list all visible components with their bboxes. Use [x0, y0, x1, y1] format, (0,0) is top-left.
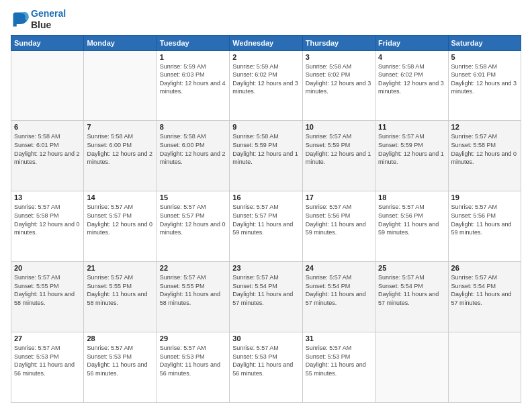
- weekday-header: Wednesday: [230, 35, 302, 50]
- day-number: 13: [14, 193, 81, 201]
- page: General Blue SundayMondayTuesdayWednesda…: [0, 0, 532, 411]
- calendar-table: SundayMondayTuesdayWednesdayThursdayFrid…: [11, 35, 521, 403]
- day-info: Sunrise: 5:58 AM Sunset: 5:59 PM Dayligh…: [232, 132, 299, 166]
- calendar-cell: 4Sunrise: 5:58 AM Sunset: 6:02 PM Daylig…: [375, 50, 448, 121]
- calendar-row: 13Sunrise: 5:57 AM Sunset: 5:58 PM Dayli…: [11, 191, 521, 262]
- weekday-header: Saturday: [448, 35, 521, 50]
- calendar-row: 20Sunrise: 5:57 AM Sunset: 5:55 PM Dayli…: [11, 262, 521, 332]
- day-number: 20: [14, 264, 81, 272]
- calendar-cell: 28Sunrise: 5:57 AM Sunset: 5:53 PM Dayli…: [84, 332, 157, 403]
- day-info: Sunrise: 5:59 AM Sunset: 6:02 PM Dayligh…: [232, 62, 299, 96]
- day-number: 23: [232, 264, 299, 272]
- day-info: Sunrise: 5:57 AM Sunset: 5:59 PM Dayligh…: [306, 132, 372, 166]
- calendar-cell: 3Sunrise: 5:58 AM Sunset: 6:02 PM Daylig…: [302, 50, 375, 121]
- day-number: 7: [87, 123, 153, 131]
- calendar-cell: 27Sunrise: 5:57 AM Sunset: 5:53 PM Dayli…: [11, 332, 84, 403]
- day-info: Sunrise: 5:58 AM Sunset: 6:01 PM Dayligh…: [14, 132, 81, 166]
- day-number: 9: [232, 123, 299, 131]
- day-number: 3: [306, 53, 372, 61]
- day-info: Sunrise: 5:57 AM Sunset: 5:53 PM Dayligh…: [232, 344, 299, 377]
- day-info: Sunrise: 5:57 AM Sunset: 5:54 PM Dayligh…: [306, 273, 372, 307]
- day-info: Sunrise: 5:57 AM Sunset: 5:53 PM Dayligh…: [306, 344, 372, 377]
- day-info: Sunrise: 5:57 AM Sunset: 5:55 PM Dayligh…: [160, 273, 226, 307]
- weekday-header: Monday: [84, 35, 157, 50]
- day-number: 8: [160, 123, 226, 131]
- day-number: 26: [451, 264, 518, 272]
- day-number: 28: [87, 334, 153, 342]
- calendar-cell: [84, 50, 157, 121]
- weekday-header: Friday: [375, 35, 448, 50]
- calendar-cell: 6Sunrise: 5:58 AM Sunset: 6:01 PM Daylig…: [11, 121, 84, 191]
- calendar-cell: 20Sunrise: 5:57 AM Sunset: 5:55 PM Dayli…: [11, 262, 84, 332]
- day-info: Sunrise: 5:57 AM Sunset: 5:53 PM Dayligh…: [87, 344, 153, 377]
- calendar-cell: [11, 50, 84, 121]
- day-info: Sunrise: 5:57 AM Sunset: 5:54 PM Dayligh…: [378, 273, 445, 307]
- weekday-header: Sunday: [11, 35, 84, 50]
- calendar-cell: 29Sunrise: 5:57 AM Sunset: 5:53 PM Dayli…: [157, 332, 229, 403]
- day-number: 16: [232, 193, 299, 201]
- day-number: 5: [451, 53, 518, 61]
- day-number: 22: [160, 264, 226, 272]
- day-info: Sunrise: 5:59 AM Sunset: 6:03 PM Dayligh…: [160, 62, 226, 96]
- day-info: Sunrise: 5:57 AM Sunset: 5:55 PM Dayligh…: [14, 273, 81, 307]
- day-number: 6: [14, 123, 81, 131]
- day-info: Sunrise: 5:57 AM Sunset: 5:56 PM Dayligh…: [306, 203, 372, 236]
- calendar-cell: 9Sunrise: 5:58 AM Sunset: 5:59 PM Daylig…: [230, 121, 302, 191]
- logo-icon: [11, 10, 30, 29]
- calendar-cell: 8Sunrise: 5:58 AM Sunset: 6:00 PM Daylig…: [157, 121, 229, 191]
- calendar-cell: 5Sunrise: 5:58 AM Sunset: 6:01 PM Daylig…: [448, 50, 521, 121]
- calendar-row: 1Sunrise: 5:59 AM Sunset: 6:03 PM Daylig…: [11, 50, 521, 121]
- day-info: Sunrise: 5:57 AM Sunset: 5:55 PM Dayligh…: [87, 273, 153, 307]
- calendar-cell: 15Sunrise: 5:57 AM Sunset: 5:57 PM Dayli…: [157, 191, 229, 262]
- day-number: 25: [378, 264, 445, 272]
- day-info: Sunrise: 5:58 AM Sunset: 6:00 PM Dayligh…: [160, 132, 226, 166]
- weekday-header: Tuesday: [157, 35, 229, 50]
- day-number: 29: [160, 334, 226, 342]
- day-number: 17: [306, 193, 372, 201]
- calendar-cell: [448, 332, 521, 403]
- day-number: 14: [87, 193, 153, 201]
- day-number: 21: [87, 264, 153, 272]
- day-number: 31: [306, 334, 372, 342]
- logo-text: General Blue: [31, 8, 66, 31]
- calendar-row: 27Sunrise: 5:57 AM Sunset: 5:53 PM Dayli…: [11, 332, 521, 403]
- day-number: 27: [14, 334, 81, 342]
- calendar-cell: 13Sunrise: 5:57 AM Sunset: 5:58 PM Dayli…: [11, 191, 84, 262]
- day-info: Sunrise: 5:57 AM Sunset: 5:54 PM Dayligh…: [451, 273, 518, 307]
- day-number: 2: [232, 53, 299, 61]
- calendar-cell: 12Sunrise: 5:57 AM Sunset: 5:58 PM Dayli…: [448, 121, 521, 191]
- calendar-cell: 1Sunrise: 5:59 AM Sunset: 6:03 PM Daylig…: [157, 50, 229, 121]
- day-number: 30: [232, 334, 299, 342]
- calendar-cell: 19Sunrise: 5:57 AM Sunset: 5:56 PM Dayli…: [448, 191, 521, 262]
- day-number: 18: [378, 193, 445, 201]
- calendar-cell: 31Sunrise: 5:57 AM Sunset: 5:53 PM Dayli…: [302, 332, 375, 403]
- day-info: Sunrise: 5:58 AM Sunset: 6:00 PM Dayligh…: [87, 132, 153, 166]
- day-number: 19: [451, 193, 518, 201]
- calendar-cell: 7Sunrise: 5:58 AM Sunset: 6:00 PM Daylig…: [84, 121, 157, 191]
- day-info: Sunrise: 5:57 AM Sunset: 5:58 PM Dayligh…: [451, 132, 518, 166]
- calendar-cell: 25Sunrise: 5:57 AM Sunset: 5:54 PM Dayli…: [375, 262, 448, 332]
- day-number: 24: [306, 264, 372, 272]
- day-number: 12: [451, 123, 518, 131]
- day-info: Sunrise: 5:57 AM Sunset: 5:56 PM Dayligh…: [451, 203, 518, 236]
- calendar-cell: 21Sunrise: 5:57 AM Sunset: 5:55 PM Dayli…: [84, 262, 157, 332]
- calendar-cell: 16Sunrise: 5:57 AM Sunset: 5:57 PM Dayli…: [230, 191, 302, 262]
- calendar-cell: 18Sunrise: 5:57 AM Sunset: 5:56 PM Dayli…: [375, 191, 448, 262]
- day-number: 10: [306, 123, 372, 131]
- day-info: Sunrise: 5:57 AM Sunset: 5:57 PM Dayligh…: [160, 203, 226, 236]
- logo: General Blue: [11, 8, 66, 31]
- calendar-cell: 11Sunrise: 5:57 AM Sunset: 5:59 PM Dayli…: [375, 121, 448, 191]
- weekday-header: Thursday: [302, 35, 375, 50]
- calendar-cell: 22Sunrise: 5:57 AM Sunset: 5:55 PM Dayli…: [157, 262, 229, 332]
- day-number: 4: [378, 53, 445, 61]
- calendar-header-row: SundayMondayTuesdayWednesdayThursdayFrid…: [11, 35, 521, 50]
- day-info: Sunrise: 5:57 AM Sunset: 5:56 PM Dayligh…: [378, 203, 445, 236]
- header: General Blue: [11, 8, 521, 31]
- calendar-cell: 2Sunrise: 5:59 AM Sunset: 6:02 PM Daylig…: [230, 50, 302, 121]
- calendar-row: 6Sunrise: 5:58 AM Sunset: 6:01 PM Daylig…: [11, 121, 521, 191]
- day-info: Sunrise: 5:58 AM Sunset: 6:02 PM Dayligh…: [378, 62, 445, 96]
- calendar-cell: 30Sunrise: 5:57 AM Sunset: 5:53 PM Dayli…: [230, 332, 302, 403]
- day-info: Sunrise: 5:57 AM Sunset: 5:59 PM Dayligh…: [378, 132, 445, 166]
- calendar-cell: 24Sunrise: 5:57 AM Sunset: 5:54 PM Dayli…: [302, 262, 375, 332]
- calendar-cell: 23Sunrise: 5:57 AM Sunset: 5:54 PM Dayli…: [230, 262, 302, 332]
